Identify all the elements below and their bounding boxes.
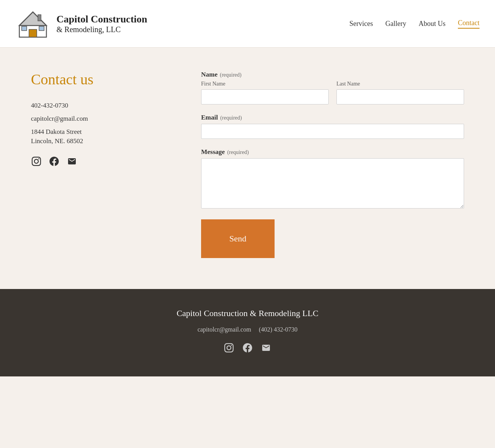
logo-house-icon (15, 6, 50, 41)
name-label: Name(required) (201, 71, 464, 79)
nav-contact[interactable]: Contact (458, 19, 480, 29)
instagram-icon[interactable] (31, 156, 42, 167)
message-field-group: Message(required) (201, 148, 464, 210)
name-field-group: Name(required) First Name Last Name (201, 71, 464, 104)
contact-email: capitolcr@gmail.com (31, 115, 178, 123)
logo-area: Capitol Construction & Remodeling, LLC (15, 6, 147, 41)
main-content: Contact us 402-432-0730 capitolcr@gmail.… (15, 48, 480, 289)
footer-social-icons (15, 342, 480, 353)
contact-info-panel: Contact us 402-432-0730 capitolcr@gmail.… (31, 71, 178, 258)
first-name-input[interactable] (201, 89, 329, 104)
logo-text: Capitol Construction & Remodeling, LLC (56, 13, 147, 34)
svg-rect-4 (22, 26, 27, 31)
nav-about[interactable]: About Us (418, 20, 446, 28)
site-footer: Capitol Construction & Remodeling LLC ca… (0, 289, 495, 376)
first-name-label: First Name (201, 81, 329, 87)
contact-form-panel: Name(required) First Name Last Name Emai… (201, 71, 464, 258)
footer-brand: Capitol Construction & Remodeling LLC (15, 308, 480, 318)
email-label: Email(required) (201, 114, 464, 121)
svg-rect-6 (38, 15, 41, 21)
message-label: Message(required) (201, 148, 464, 156)
email-field-group: Email(required) (201, 114, 464, 139)
name-row: First Name Last Name (201, 81, 464, 104)
message-input[interactable] (201, 158, 464, 209)
main-nav: Services Gallery About Us Contact (350, 19, 480, 29)
nav-gallery[interactable]: Gallery (386, 20, 406, 28)
email-input[interactable] (201, 124, 464, 139)
contact-heading: Contact us (31, 71, 178, 88)
last-name-col: Last Name (336, 81, 464, 104)
last-name-input[interactable] (336, 89, 464, 104)
brand-sub: & Remodeling, LLC (56, 25, 147, 34)
footer-contact: capitolcr@gmail.com (402) 432-0730 (15, 326, 480, 333)
contact-address: 1844 Dakota Street (31, 128, 178, 136)
facebook-icon[interactable] (49, 156, 60, 167)
nav-services[interactable]: Services (350, 20, 373, 28)
footer-instagram-icon[interactable] (224, 342, 234, 353)
contact-city: Lincoln, NE. 68502 (31, 137, 178, 145)
svg-rect-5 (39, 26, 44, 31)
send-button[interactable]: Send (201, 219, 275, 258)
site-header: Capitol Construction & Remodeling, LLC S… (0, 0, 495, 48)
last-name-label: Last Name (336, 81, 464, 87)
social-icons-row (31, 156, 178, 167)
svg-rect-3 (29, 29, 37, 37)
footer-email: capitolcr@gmail.com (198, 326, 251, 333)
contact-phone: 402-432-0730 (31, 102, 178, 109)
footer-mail-icon[interactable] (261, 342, 271, 353)
footer-facebook-icon[interactable] (242, 342, 253, 353)
first-name-col: First Name (201, 81, 329, 104)
mail-icon[interactable] (67, 156, 77, 167)
brand-name: Capitol Construction (56, 13, 147, 25)
footer-phone: (402) 432-0730 (259, 326, 297, 333)
